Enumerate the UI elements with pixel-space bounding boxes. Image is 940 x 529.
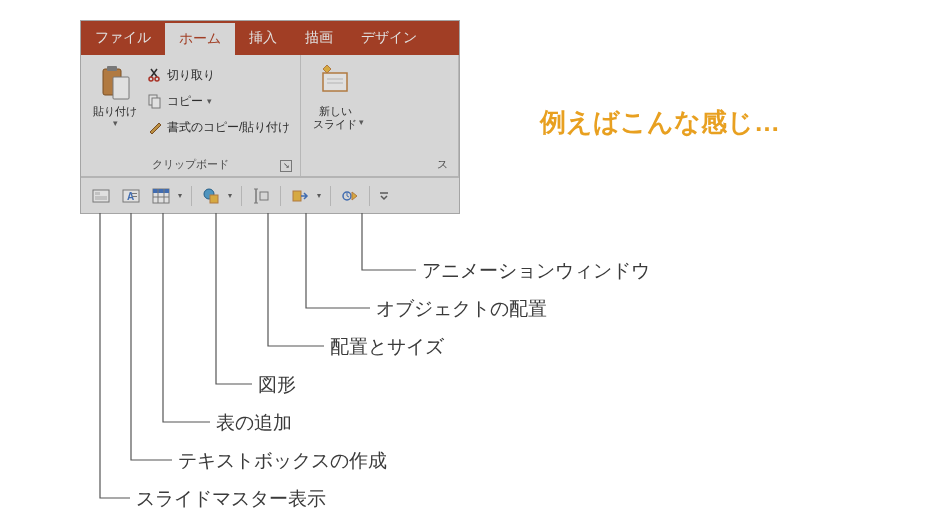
separator: [241, 186, 242, 206]
svg-rect-19: [153, 189, 169, 193]
customize-icon: [378, 190, 390, 202]
tab-insert[interactable]: 挿入: [235, 21, 291, 55]
dialog-launcher-icon[interactable]: ↘: [280, 160, 292, 172]
svg-rect-2: [113, 77, 129, 99]
ribbon-tabs: ファイル ホーム 挿入 描画 デザイン: [81, 21, 459, 55]
separator: [369, 186, 370, 206]
callout-arrange: オブジェクトの配置: [376, 296, 547, 322]
chevron-down-icon: ▾: [207, 96, 212, 106]
ribbon-body: 貼り付け ▾ 切り取り コピー ▾: [81, 55, 459, 177]
size-position-icon: [252, 187, 270, 205]
text-box-icon: A: [122, 187, 140, 205]
tab-design[interactable]: デザイン: [347, 21, 421, 55]
separator: [330, 186, 331, 206]
separator: [280, 186, 281, 206]
callout-table: 表の追加: [216, 410, 292, 436]
new-slide-label: 新しい スライド: [313, 105, 357, 131]
group-clipboard: 貼り付け ▾ 切り取り コピー ▾: [81, 55, 301, 176]
qat-shapes[interactable]: [197, 183, 225, 209]
chevron-down-icon: ▾: [113, 118, 118, 129]
tab-draw[interactable]: 描画: [291, 21, 347, 55]
chevron-down-icon[interactable]: ▾: [178, 191, 186, 200]
new-slide-icon: [317, 63, 353, 103]
animation-pane-icon: [341, 187, 359, 205]
slide-heading: 例えばこんな感じ…: [540, 105, 780, 140]
svg-rect-7: [323, 73, 347, 91]
chevron-down-icon: ▾: [359, 117, 364, 128]
qat-arrange[interactable]: [286, 183, 314, 209]
callout-slide-master: スライドマスター表示: [136, 486, 326, 512]
slide-master-icon: [92, 187, 110, 205]
chevron-down-icon[interactable]: ▾: [317, 191, 325, 200]
paste-label: 貼り付け: [93, 105, 137, 118]
group-slides: 新しい スライド ▾ ス: [301, 55, 459, 176]
qat-slide-master[interactable]: [87, 183, 115, 209]
chevron-down-icon[interactable]: ▾: [228, 191, 236, 200]
arrange-icon: [291, 187, 309, 205]
cut-label: 切り取り: [167, 67, 215, 84]
paste-button[interactable]: 貼り付け ▾: [87, 59, 143, 133]
copy-label: コピー: [167, 93, 203, 110]
paste-icon: [97, 63, 133, 103]
group-clipboard-label: クリップボード ↘: [87, 155, 294, 174]
format-painter-label: 書式のコピー/貼り付け: [167, 119, 290, 136]
tab-home[interactable]: ホーム: [165, 21, 235, 55]
copy-button[interactable]: コピー ▾: [143, 89, 294, 113]
svg-rect-10: [93, 190, 109, 202]
tab-file[interactable]: ファイル: [81, 21, 165, 55]
powerpoint-window: ファイル ホーム 挿入 描画 デザイン 貼り付け ▾: [80, 20, 460, 214]
group-slides-label-partial: ス: [307, 155, 452, 174]
qat-size-position[interactable]: [247, 183, 275, 209]
svg-rect-28: [260, 192, 268, 200]
callout-text-box: テキストボックスの作成: [178, 448, 387, 474]
svg-point-4: [155, 77, 159, 81]
svg-rect-29: [293, 191, 301, 201]
new-slide-button[interactable]: 新しい スライド ▾: [307, 59, 363, 146]
svg-rect-17: [132, 196, 137, 197]
callout-shapes: 図形: [258, 372, 296, 398]
copy-icon: [147, 93, 163, 109]
callout-animation-pane: アニメーションウィンドウ: [422, 258, 650, 284]
svg-rect-6: [152, 98, 160, 108]
callout-size-position: 配置とサイズ: [330, 334, 444, 360]
shapes-icon: [202, 187, 220, 205]
svg-rect-1: [107, 66, 117, 71]
qat-animation-pane[interactable]: [336, 183, 364, 209]
qat-customize[interactable]: [375, 183, 393, 209]
separator: [191, 186, 192, 206]
cut-button[interactable]: 切り取り: [143, 63, 294, 87]
scissors-icon: [147, 67, 163, 83]
svg-rect-24: [210, 195, 218, 203]
table-icon: [152, 187, 170, 205]
svg-point-3: [149, 77, 153, 81]
svg-rect-11: [95, 192, 100, 195]
svg-rect-16: [132, 193, 137, 194]
qat-text-box[interactable]: A: [117, 183, 145, 209]
qat-table[interactable]: [147, 183, 175, 209]
brush-icon: [147, 119, 163, 135]
format-painter-button[interactable]: 書式のコピー/貼り付け: [143, 115, 294, 139]
quick-access-toolbar: A ▾ ▾ ▾: [81, 177, 459, 213]
